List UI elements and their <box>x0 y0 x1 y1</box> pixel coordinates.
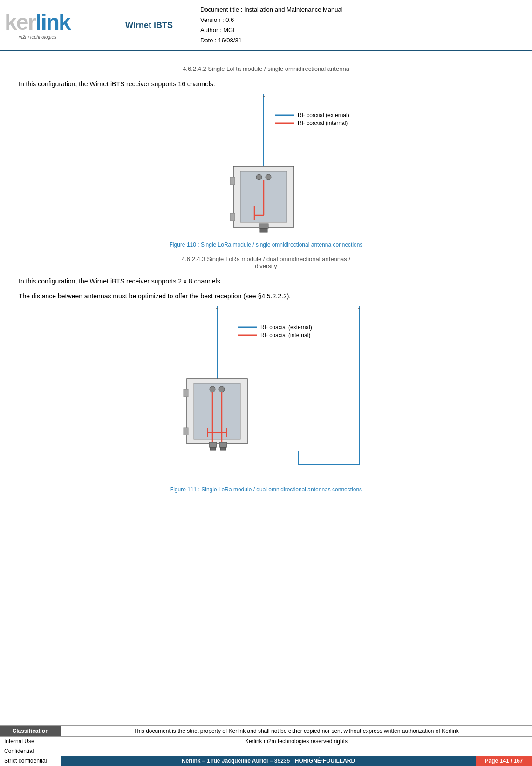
logo-link: link <box>35 10 70 35</box>
header-product: Wirnet iBTS <box>107 5 191 46</box>
doc-date: Date : 16/08/31 <box>200 35 523 46</box>
diagram1-svg: RF coaxial (external) RF coaxial (intern… <box>168 94 364 239</box>
logo: kerlink <box>5 11 70 34</box>
section2-body2: The distance between antennas must be op… <box>19 291 513 301</box>
footer-row-internal: Internal Use Kerlink m2m technologies re… <box>0 737 532 746</box>
svg-text:RF coaxial (external): RF coaxial (external) <box>298 112 349 118</box>
svg-rect-39 <box>209 442 217 447</box>
footer-row-confidential: Confidential <box>0 746 532 756</box>
diagram2-container: RF coaxial (external) RF coaxial (intern… <box>19 306 513 483</box>
footer: Classification This document is the stri… <box>0 725 532 766</box>
svg-point-32 <box>210 386 215 392</box>
svg-rect-31 <box>194 383 240 439</box>
logo-m2m: m2m technologies <box>5 35 70 40</box>
doc-author: Author : MGI <box>200 25 523 35</box>
footer-strict-label: Strict confidential <box>0 756 61 766</box>
footer-table: Classification This document is the stri… <box>0 725 532 766</box>
main-content: 4.6.2.4.2 Single LoRa module / single om… <box>0 51 532 509</box>
svg-point-33 <box>219 386 225 392</box>
svg-rect-40 <box>219 442 227 447</box>
section2-heading: 4.6.2.4.3 Single LoRa module / dual omni… <box>19 255 513 269</box>
svg-text:RF coaxial (internal): RF coaxial (internal) <box>260 332 310 338</box>
svg-rect-15 <box>260 228 267 232</box>
svg-rect-42 <box>220 447 226 450</box>
diagram2-svg: RF coaxial (external) RF coaxial (intern… <box>131 306 401 483</box>
svg-point-9 <box>256 174 262 180</box>
footer-confidential-value <box>61 746 532 756</box>
footer-internal-value: Kerlink m2m technologies reserved rights <box>61 737 532 746</box>
svg-text:RF coaxial (external): RF coaxial (external) <box>260 324 312 331</box>
doc-version: Version : 0.6 <box>200 15 523 25</box>
svg-rect-41 <box>210 447 216 450</box>
footer-row-strict: Strict confidential Kerlink – 1 rue Jacq… <box>0 756 532 766</box>
svg-rect-43 <box>184 389 188 397</box>
footer-classification-text: This document is the strict property of … <box>61 726 532 737</box>
svg-rect-16 <box>230 177 235 185</box>
logo-ker: ker <box>5 10 35 35</box>
doc-title: Document title : Installation and Mainte… <box>200 5 523 15</box>
page-wrapper: kerlink m2m technologies Wirnet iBTS Doc… <box>0 0 532 766</box>
svg-text:RF coaxial (internal): RF coaxial (internal) <box>298 120 348 126</box>
footer-page: Page 141 / 167 <box>476 756 532 766</box>
figure1-caption: Figure 110 : Single LoRa module / single… <box>19 242 513 248</box>
svg-rect-44 <box>184 428 188 435</box>
header-info: Document title : Installation and Mainte… <box>191 5 523 46</box>
svg-rect-17 <box>230 213 235 221</box>
footer-address: Kerlink – 1 rue Jacqueline Auriol – 3523… <box>61 756 476 766</box>
header: kerlink m2m technologies Wirnet iBTS Doc… <box>0 0 532 51</box>
figure2-caption: Figure 111 : Single LoRa module / dual o… <box>19 486 513 493</box>
section1-body: In this configuration, the Wirnet iBTS r… <box>19 79 513 89</box>
section1-heading: 4.6.2.4.2 Single LoRa module / single om… <box>19 65 513 72</box>
logo-area: kerlink m2m technologies <box>5 5 107 46</box>
svg-rect-14 <box>259 224 268 228</box>
footer-confidential-label: Confidential <box>0 746 61 756</box>
footer-classification-label: Classification <box>0 726 61 737</box>
svg-point-10 <box>266 174 271 180</box>
footer-row-classification: Classification This document is the stri… <box>0 726 532 737</box>
footer-internal-label: Internal Use <box>0 737 61 746</box>
section2-body1: In this configuration, the Wirnet iBTS r… <box>19 276 513 286</box>
diagram1-container: RF coaxial (external) RF coaxial (intern… <box>19 94 513 239</box>
